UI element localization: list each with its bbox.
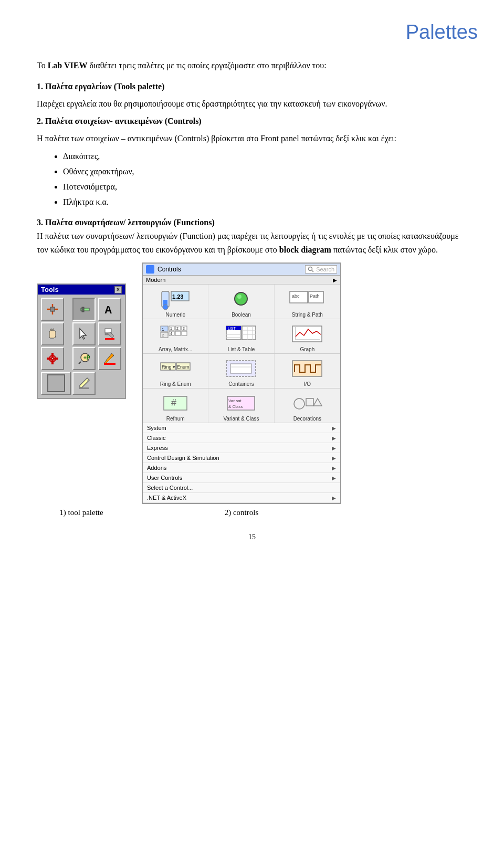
- ctrl-variant-label: Variant & Class: [223, 416, 259, 422]
- modern-label: Modern: [146, 277, 165, 283]
- svg-rect-47: [182, 331, 187, 335]
- svg-rect-14: [53, 358, 58, 360]
- ctrl-list[interactable]: LIST List & Table: [208, 319, 274, 353]
- ctrl-refnum-icon: #: [157, 394, 194, 415]
- tool-scroll[interactable]: [41, 347, 64, 370]
- menu-system-label: System: [147, 425, 166, 431]
- svg-text:LIST: LIST: [228, 327, 236, 330]
- page-title: Palettes: [37, 21, 478, 44]
- palette-icon: [146, 265, 154, 274]
- svg-rect-10: [105, 338, 114, 340]
- tool-operate[interactable]: [72, 298, 96, 321]
- menu-addons-label: Addons: [147, 465, 166, 471]
- svg-text:#: #: [171, 397, 176, 408]
- bullet-2: Οθόνες χαρακτήρων,: [63, 164, 467, 180]
- ctrl-boolean-label: Boolean: [232, 312, 251, 318]
- svg-point-33: [237, 295, 242, 299]
- ctrl-container[interactable]: Containers: [208, 354, 274, 388]
- menu-item-user-controls[interactable]: User Controls ▶: [143, 473, 340, 483]
- ctrl-boolean[interactable]: Boolean: [208, 285, 274, 319]
- menu-net-activex-label: .NET & ActiveX: [147, 495, 186, 501]
- svg-rect-15: [51, 359, 54, 364]
- operate-icon: [77, 302, 91, 317]
- menu-addons-arrow: ▶: [332, 465, 336, 471]
- bullet-1: Διακόπτες,: [63, 149, 467, 164]
- images-row: Tools × A: [37, 263, 467, 504]
- menu-item-system[interactable]: System ▶: [143, 423, 340, 433]
- svg-text:& Class: & Class: [228, 404, 243, 409]
- ctrl-numeric-label: Numeric: [166, 312, 185, 318]
- svg-text:1: 1: [162, 327, 164, 332]
- tool-eyedrop[interactable]: [98, 347, 121, 370]
- svg-line-26: [312, 270, 313, 272]
- svg-rect-21: [48, 375, 65, 392]
- menu-item-express[interactable]: Express ▶: [143, 443, 340, 453]
- text-icon: A: [102, 302, 117, 317]
- ctrl-string[interactable]: abc Path String & Path: [275, 285, 340, 319]
- tool-hand[interactable]: [41, 322, 64, 345]
- tool-text[interactable]: A: [98, 298, 121, 321]
- menu-item-select-control[interactable]: Select a Control...: [143, 483, 340, 493]
- ctrl-decorations[interactable]: Decorations: [275, 389, 340, 423]
- tools-close-button[interactable]: ×: [114, 286, 122, 293]
- svg-text:1.23: 1.23: [172, 293, 183, 300]
- menu-express-arrow: ▶: [332, 445, 336, 451]
- caption-tools: 1) tool palette: [37, 508, 126, 517]
- section2-bullets: Διακόπτες, Οθόνες χαρακτήρων, Ποτενσιόμε…: [63, 149, 467, 209]
- svg-line-18: [79, 362, 81, 364]
- tool-select[interactable]: [72, 322, 96, 345]
- ctrl-string-label: String & Path: [292, 312, 323, 318]
- modern-arrow: ▶: [333, 277, 337, 283]
- menu-item-addons[interactable]: Addons ▶: [143, 463, 340, 473]
- ctrl-array[interactable]: 1 2 1 2 3 4: [143, 319, 208, 353]
- menu-item-net-activex[interactable]: .NET & ActiveX ▶: [143, 493, 340, 503]
- select-icon: [77, 327, 91, 341]
- box1-icon: [46, 373, 66, 393]
- eyedrop-icon: [102, 351, 117, 366]
- menu-express-label: Express: [147, 445, 168, 451]
- captions-row: 1) tool palette 2) controls: [37, 508, 467, 517]
- svg-rect-70: [230, 364, 251, 373]
- controls-grid-row1: 1.23 Numeric Boolean: [143, 285, 340, 319]
- tools-grid: A: [38, 295, 125, 398]
- menu-classic-label: Classic: [147, 435, 165, 441]
- ctrl-ring[interactable]: Ring ▾ Enum Ring & Enum: [143, 354, 208, 388]
- ctrl-ring-icon: Ring ▾ Enum: [157, 359, 194, 380]
- probe-icon: +P: [77, 351, 91, 366]
- tool-connect[interactable]: [41, 298, 64, 321]
- ctrl-io[interactable]: I/O: [275, 354, 340, 388]
- modern-section-label[interactable]: Modern ▶: [143, 276, 340, 285]
- svg-point-25: [309, 267, 312, 271]
- tool-pencil[interactable]: [72, 372, 96, 395]
- menu-control-design-label: Control Design & Simulation: [147, 455, 219, 461]
- ctrl-boolean-icon: [223, 290, 259, 311]
- tool-probe[interactable]: +P: [72, 347, 96, 370]
- caption-controls: 2) controls: [142, 508, 341, 517]
- search-box[interactable]: Search: [305, 265, 337, 274]
- ctrl-refnum[interactable]: # Refnum: [143, 389, 208, 423]
- menu-item-classic[interactable]: Classic ▶: [143, 433, 340, 443]
- menu-item-control-design[interactable]: Control Design & Simulation ▶: [143, 453, 340, 463]
- ctrl-list-label: List & Table: [228, 347, 255, 352]
- svg-point-78: [294, 398, 304, 409]
- menu-select-control-label: Select a Control...: [147, 485, 193, 491]
- ctrl-graph[interactable]: Graph: [275, 319, 340, 353]
- svg-rect-12: [51, 353, 54, 358]
- svg-rect-13: [47, 358, 52, 360]
- ctrl-decorations-label: Decorations: [293, 416, 321, 422]
- ctrl-container-icon: [223, 359, 259, 380]
- search-icon: [308, 266, 314, 272]
- tool-colorfill[interactable]: [98, 322, 121, 345]
- ctrl-variant-icon: Variant & Class: [223, 394, 259, 415]
- bullet-4: Πλήκτρα κ.α.: [63, 195, 467, 210]
- controls-grid-row3: Ring ▾ Enum Ring & Enum: [143, 354, 340, 389]
- ctrl-numeric[interactable]: 1.23 Numeric: [143, 285, 208, 319]
- menu-user-controls-label: User Controls: [147, 475, 182, 481]
- svg-text:Path: Path: [310, 293, 320, 299]
- svg-marker-19: [104, 353, 114, 364]
- connect-icon: [45, 302, 60, 317]
- svg-text:2: 2: [176, 327, 178, 330]
- tool-box1[interactable]: [41, 372, 71, 395]
- svg-marker-22: [80, 378, 89, 387]
- ctrl-variant[interactable]: Variant & Class Variant & Class: [208, 389, 274, 423]
